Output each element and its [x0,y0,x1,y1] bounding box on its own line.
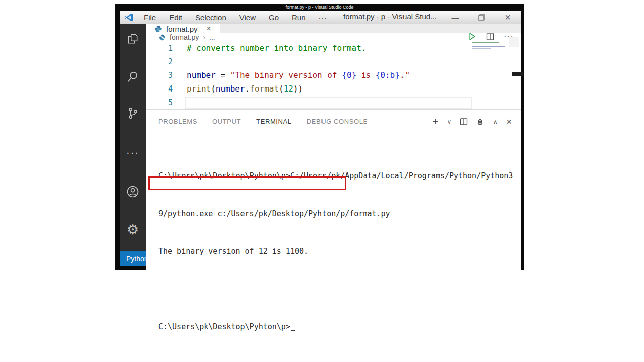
vscode-window: File Edit Selection View Go Run ··· form… [120,11,521,266]
breadcrumb-symbols[interactable]: ... [209,33,215,41]
tab-close-icon[interactable]: × [207,24,211,33]
minimize-button[interactable]: — [442,11,468,24]
activity-bar: ··· ⚙ [120,24,146,251]
restore-button[interactable] [468,11,495,24]
restore-icon [478,14,485,21]
line-number: 5 [146,98,173,107]
code-line-4[interactable]: 4 print(number.format(12)) [146,82,521,96]
search-icon[interactable] [120,69,146,84]
new-terminal-icon[interactable]: + [432,116,438,128]
code-line-3[interactable]: 3 number = "The binary version of {0} is… [146,68,521,82]
vscode-logo-icon [124,13,134,22]
code-line-2[interactable]: 2 [146,55,521,68]
settings-gear-icon[interactable]: ⚙ [120,222,146,237]
tab-problems[interactable]: PROBLEMS [158,118,197,130]
code-line-1[interactable]: 1 # converts number into binary format. [146,41,521,55]
scrollbar-thumb[interactable] [512,72,523,76]
tab-format-py[interactable]: format.py × [146,24,220,33]
close-icon: × [505,12,511,23]
menu-edit[interactable]: Edit [169,13,182,22]
account-icon[interactable] [120,184,146,199]
breadcrumb-file[interactable]: format.py [170,33,199,41]
terminal-line-result: The binary version of 12 is 1100. [158,245,521,258]
editor-column: format.py × ··· [146,24,521,251]
menu-view[interactable]: View [239,13,256,22]
video-frame: format.py - p - Visual Studio Code File … [115,4,524,270]
close-window-button[interactable]: × [495,11,521,24]
explorer-icon[interactable] [120,31,146,46]
minimap-slider[interactable] [509,37,519,47]
menu-more-icon[interactable]: ··· [319,13,327,22]
window-title: format.py - p - Visual Stud... [343,12,437,21]
line-number: 3 [146,71,173,80]
breadcrumb[interactable]: format.py › ... [146,33,521,41]
breadcrumb-separator: › [203,33,205,41]
tab-label: format.py [166,25,198,33]
run-file-icon[interactable] [468,32,476,41]
python-file-icon [159,34,166,41]
menu-file[interactable]: File [144,13,156,22]
kill-terminal-trash-icon[interactable] [476,118,484,126]
close-panel-icon[interactable]: × [506,116,512,127]
line-number: 2 [146,57,173,66]
menu-go[interactable]: Go [269,13,279,22]
code-editor[interactable]: 1 # converts number into binary format. … [146,41,521,109]
bottom-panel: PROBLEMS OUTPUT TERMINAL DEBUG CONSOLE +… [146,109,521,358]
tab-output[interactable]: OUTPUT [212,118,241,130]
annotation-highlight-box [148,176,346,190]
current-line-highlight [185,97,472,109]
source-control-icon[interactable] [120,106,146,121]
minimap[interactable] [472,41,510,64]
terminal-prompt-line: C:\Users\pk\Desktop\Pyhton\p> [158,321,521,333]
line-number: 4 [146,84,173,94]
maximize-panel-icon[interactable]: ∧ [493,118,498,126]
menubar: File Edit Selection View Go Run ··· form… [120,11,521,24]
menu-selection[interactable]: Selection [195,13,226,22]
split-terminal-icon[interactable] [460,118,468,126]
minimap-line [472,42,499,43]
minimap-line [472,48,491,49]
terminal-line [158,283,521,296]
line-number: 1 [146,44,173,53]
minimap-line [472,46,505,47]
more-views-icon[interactable]: ··· [120,145,146,160]
tab-terminal[interactable]: TERMINAL [256,118,292,130]
terminal-dropdown-icon[interactable]: ∨ [447,118,452,125]
terminal-cursor [291,322,295,331]
tab-debug-console[interactable]: DEBUG CONSOLE [307,118,368,130]
video-window-title: format.py - p - Visual Studio Code [115,4,524,11]
python-file-icon [154,25,162,33]
terminal-line: 9/python.exe c:/Users/pk/Desktop/Pyhton/… [158,208,521,220]
split-editor-icon[interactable] [486,33,494,41]
editor-tabbar: format.py × ··· [146,24,521,33]
menu-run[interactable]: Run [292,13,306,22]
